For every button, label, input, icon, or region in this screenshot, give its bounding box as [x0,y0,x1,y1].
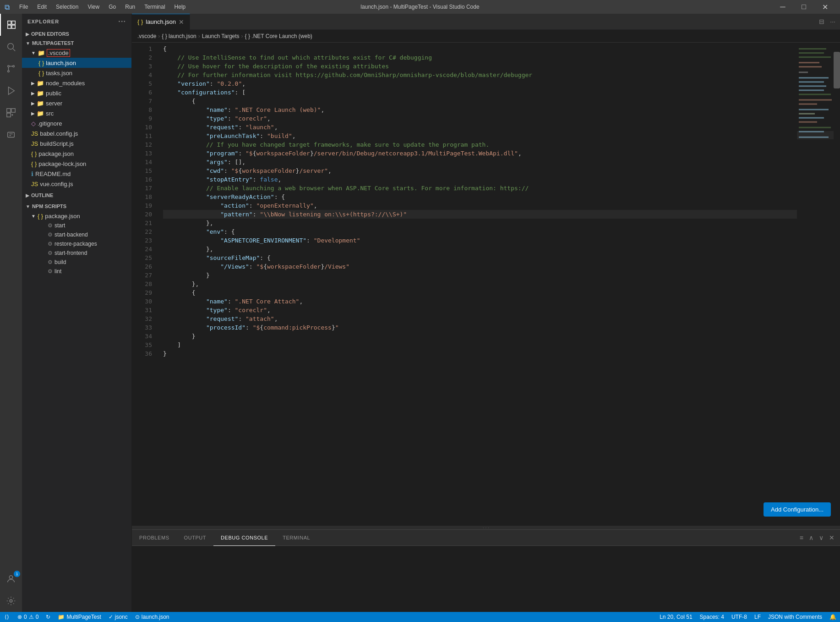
status-language[interactable]: JSON with Comments [764,612,826,622]
script-start-backend[interactable]: ⚙ start-backend [22,230,131,239]
status-notifications[interactable]: 🔔 [826,612,840,622]
status-eol[interactable]: LF [751,612,764,622]
code-line-22[interactable]: "env": { [163,227,797,236]
tree-item-vscode-folder[interactable]: ▼ 📁 .vscode [22,48,131,58]
code-line-9[interactable]: "type": "coreclr", [163,114,797,123]
tree-item-node-modules[interactable]: ▶ 📁 node_modules [22,78,131,88]
multipagetest-header[interactable]: ▼ MULTIPAGETEST [22,39,131,48]
panel-close-button[interactable]: ✕ [827,532,836,543]
code-line-24[interactable]: }, [163,245,797,253]
panel-tab-debug-console[interactable]: DEBUG CONSOLE [213,530,275,546]
script-lint[interactable]: ⚙ lint [22,267,131,276]
outline-header[interactable]: ▶ OUTLINE [22,191,131,200]
sidebar-more-actions[interactable]: ··· [118,17,126,26]
menu-help[interactable]: Help [171,3,190,11]
tree-item-launch-json[interactable]: { } launch.json [22,58,131,68]
code-line-1[interactable]: { [163,44,797,53]
status-sync[interactable]: ↻ [42,612,54,622]
vertical-scrollbar[interactable] [834,43,840,526]
code-line-28[interactable]: }, [163,280,797,288]
activity-extensions[interactable] [0,102,22,124]
minimize-button[interactable]: ─ [772,0,793,14]
status-spaces[interactable]: Spaces: 4 [696,612,728,622]
code-line-27[interactable]: } [163,271,797,280]
panel-tab-problems[interactable]: PROBLEMS [132,530,177,546]
code-line-18[interactable]: "serverReadyAction": { [163,193,797,201]
activity-settings[interactable] [0,590,22,612]
activity-run[interactable] [0,80,22,102]
menu-terminal[interactable]: Terminal [141,3,169,11]
code-line-36[interactable]: } [163,349,797,358]
tab-close-button[interactable]: ✕ [179,18,184,26]
breadcrumb-vscode[interactable]: .vscode [137,33,156,39]
status-file[interactable]: ⊙ launch.json [131,612,173,622]
code-line-2[interactable]: // Use IntelliSense to find out which at… [163,53,797,62]
code-line-6[interactable]: "configurations": [ [163,88,797,97]
code-line-25[interactable]: "sourceFileMap": { [163,253,797,262]
code-line-10[interactable]: "request": "launch", [163,123,797,132]
npm-package-json[interactable]: ▼ { } package.json [22,211,131,221]
tree-item-buildscript[interactable]: JS buildScript.js [22,138,131,149]
tab-launch-json[interactable]: { } launch.json ✕ [132,14,190,30]
code-line-16[interactable]: "stopAtEntry": false, [163,175,797,184]
tree-item-vue-config[interactable]: JS vue.config.js [22,179,131,189]
panel-resize-handle[interactable]: · · · [132,526,840,529]
tree-item-babel[interactable]: JS babel.config.js [22,128,131,138]
tree-item-package-json[interactable]: { } package.json [22,149,131,159]
activity-source-control[interactable] [0,58,22,80]
add-configuration-button[interactable]: Add Configuration... [764,502,831,517]
panel-scroll-down[interactable]: ∨ [817,532,825,543]
status-position[interactable]: Ln 20, Col 51 [656,612,696,622]
tree-item-public[interactable]: ▶ 📁 public [22,88,131,98]
tree-item-package-lock[interactable]: { } package-lock.json [22,159,131,169]
status-errors[interactable]: ⊗ 0 ⚠ 0 [14,612,42,622]
code-line-32[interactable]: "request": "attach", [163,314,797,323]
code-line-23[interactable]: "ASPNETCORE_ENVIRONMENT": "Development" [163,236,797,245]
code-line-7[interactable]: { [163,97,797,105]
panel-tab-terminal[interactable]: TERMINAL [275,530,317,546]
activity-explorer[interactable] [0,14,22,36]
code-line-12[interactable]: // If you have changed target frameworks… [163,140,797,149]
code-line-26[interactable]: "/Views": "${workspaceFolder}/Views" [163,262,797,271]
code-line-35[interactable]: ] [163,341,797,349]
code-line-3[interactable]: // Use hover for the description of the … [163,62,797,71]
npm-scripts-header[interactable]: ▼ NPM SCRIPTS [22,202,131,211]
maximize-button[interactable]: □ [793,0,814,14]
code-line-29[interactable]: { [163,288,797,297]
code-line-4[interactable]: // For further information visit https:/… [163,71,797,79]
code-line-21[interactable]: }, [163,219,797,227]
panel-filter-button[interactable]: ≡ [798,532,805,543]
menu-go[interactable]: Go [105,3,120,11]
code-line-20[interactable]: "pattern": "\\bNow listening on:\\s+(htt… [163,210,797,219]
script-build[interactable]: ⚙ build [22,258,131,267]
activity-search[interactable] [0,36,22,58]
close-button[interactable]: ✕ [814,0,835,14]
more-actions-button[interactable]: ··· [829,17,836,26]
tree-item-src[interactable]: ▶ 📁 src [22,108,131,118]
breadcrumb-net-core[interactable]: { } .NET Core Launch (web) [245,33,312,39]
panel-content[interactable] [132,546,840,612]
menu-file[interactable]: File [16,3,32,11]
code-line-19[interactable]: "action": "openExternally", [163,201,797,210]
status-remote[interactable]: ⟨⟩ [0,612,14,622]
code-line-15[interactable]: "cwd": "${workspaceFolder}/server", [163,166,797,175]
script-start[interactable]: ⚙ start [22,221,131,230]
status-jsonc[interactable]: ✓ jsonc [105,612,131,622]
tree-item-server[interactable]: ▶ 📁 server [22,98,131,108]
menu-edit[interactable]: Edit [33,3,50,11]
code-line-14[interactable]: "args": [], [163,158,797,166]
code-line-33[interactable]: "processId": "${command:pickProcess}" [163,323,797,332]
code-line-30[interactable]: "name": ".NET Core Attach", [163,297,797,306]
menu-view[interactable]: View [84,3,103,11]
code-area[interactable]: { // Use IntelliSense to find out which … [156,43,797,526]
activity-remote[interactable] [0,124,22,146]
open-editors-header[interactable]: ▶ OPEN EDITORS [22,29,131,39]
tree-item-tasks-json[interactable]: { } tasks.json [22,68,131,78]
code-line-13[interactable]: "program": "${workspaceFolder}/server/bi… [163,149,797,158]
minimap[interactable] [797,43,834,526]
code-line-31[interactable]: "type": "coreclr", [163,306,797,314]
breadcrumb-launch[interactable]: { } launch.json [162,33,196,39]
script-restore-packages[interactable]: ⚙ restore-packages [22,239,131,248]
status-encoding[interactable]: UTF-8 [728,612,751,622]
status-project[interactable]: 📁 MultiPageTest [54,612,104,622]
